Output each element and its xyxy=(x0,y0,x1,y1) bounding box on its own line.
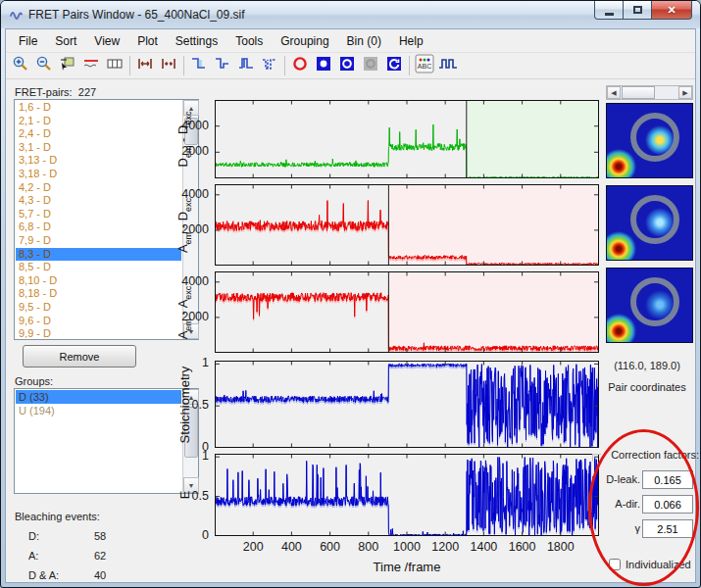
blue-dot-marker-icon xyxy=(315,55,332,76)
menu-item-grouping[interactable]: Grouping xyxy=(272,31,337,51)
list-item[interactable]: 3,18 - D xyxy=(16,168,181,181)
bleaching-value: 40 xyxy=(94,569,106,581)
blue-dot-marker-button[interactable] xyxy=(312,54,335,77)
columns-view-button[interactable] xyxy=(103,54,126,77)
slider-right-icon[interactable]: ▶ xyxy=(678,86,692,99)
step-down-start-icon xyxy=(190,55,208,76)
bleaching-row: D & A:40 xyxy=(28,569,146,581)
list-item[interactable]: 9,6 - D xyxy=(16,315,181,328)
bleaching-key: D & A: xyxy=(28,569,59,581)
zoom-out-icon xyxy=(35,55,53,76)
toolbar-separator xyxy=(183,56,184,75)
fret-pairs-count-label: FRET-pairs: 227 xyxy=(15,86,96,98)
slider-thumb[interactable] xyxy=(622,86,655,99)
minimize-icon xyxy=(605,13,614,16)
individualized-checkbox[interactable] xyxy=(609,559,621,570)
list-item[interactable]: 8,18 - D xyxy=(16,287,181,301)
slider-left-icon[interactable]: ◀ xyxy=(607,86,621,99)
close-button[interactable]: ✕ xyxy=(651,1,692,20)
zoom-in-button[interactable] xyxy=(9,54,32,77)
list-item[interactable]: 5,7 - D xyxy=(16,208,181,221)
list-item[interactable]: 6,8 - D xyxy=(16,220,181,234)
app-wave-icon xyxy=(10,7,25,23)
step-down-start-button[interactable] xyxy=(187,54,211,77)
x-axis-title: Time /frame xyxy=(348,560,466,574)
pulse-trace-icon xyxy=(438,55,458,76)
list-item[interactable]: 4,3 - D xyxy=(16,194,181,208)
menu-item-settings[interactable]: Settings xyxy=(167,31,226,51)
maximize-icon xyxy=(633,6,642,14)
step-top-hat-icon xyxy=(237,55,255,76)
remove-button[interactable]: Remove xyxy=(23,345,136,368)
compress-x-button[interactable] xyxy=(157,54,180,77)
pulse-trace-button[interactable] xyxy=(436,54,460,77)
group-item[interactable]: D (33) xyxy=(16,390,181,404)
rotate-marker-button[interactable] xyxy=(382,54,406,77)
fret-pairs-count-value: 227 xyxy=(78,86,96,98)
stoichiometry-trace xyxy=(215,361,599,448)
add-molecule-icon xyxy=(59,55,76,76)
blue-circle-marker-icon xyxy=(338,55,356,76)
list-item[interactable]: 9,5 - D xyxy=(16,301,181,315)
bleaching-row: D:58 xyxy=(28,530,146,542)
title-bar[interactable]: FRET Pairs Window - 65_400NaCl_09.sif ✕ xyxy=(1,1,700,28)
step-top-hat-button[interactable] xyxy=(234,54,258,77)
step-bottom-hat-icon xyxy=(261,55,278,76)
list-item[interactable]: 8,10 - D xyxy=(16,274,181,288)
minimize-button[interactable] xyxy=(594,1,624,20)
gamma-input[interactable] xyxy=(642,519,693,538)
list-item[interactable]: 9,9 - D xyxy=(16,327,181,338)
list-item[interactable]: 8,3 - D xyxy=(16,248,181,262)
step-down-end-icon xyxy=(214,55,231,76)
correction-factors-title: Correction factors: xyxy=(589,449,701,461)
gray-marker-button[interactable] xyxy=(359,54,382,77)
blue-circle-marker-button[interactable] xyxy=(335,54,359,77)
pair-coordinates-value: (116.0, 189.0) xyxy=(592,360,701,371)
step-bottom-hat-button[interactable] xyxy=(258,54,281,77)
toolbar-separator xyxy=(284,56,285,75)
menu-item-tools[interactable]: Tools xyxy=(226,31,272,51)
list-item[interactable]: 2,4 - D xyxy=(16,127,181,141)
red-circle-marker-button[interactable] xyxy=(288,54,312,77)
bleaching-key: A: xyxy=(28,550,38,562)
menu-item-bin-0-[interactable]: Bin (0) xyxy=(338,31,390,51)
d-leak-input[interactable] xyxy=(642,470,693,489)
correction-field-row: D-leak. xyxy=(589,470,697,490)
menu-item-sort[interactable]: Sort xyxy=(46,31,85,51)
expand-x-button[interactable] xyxy=(133,54,157,77)
y-axis-label: Aem - Dexc xyxy=(175,197,193,252)
list-item[interactable]: 8,5 - D xyxy=(16,261,181,274)
list-item[interactable]: 2,1 - D xyxy=(16,115,181,128)
pair-image xyxy=(606,103,693,178)
toolbar: ABC xyxy=(6,53,695,79)
pair-spot xyxy=(645,290,675,319)
step-down-end-button[interactable] xyxy=(211,54,234,77)
cross-section-button[interactable] xyxy=(79,54,103,77)
bleaching-value: 62 xyxy=(94,550,106,562)
y-tick-label: 1 xyxy=(168,449,209,463)
list-item[interactable]: 3,13 - D xyxy=(16,154,181,168)
list-item[interactable]: 3,1 - D xyxy=(16,141,181,155)
menu-item-file[interactable]: File xyxy=(10,31,46,51)
menu-item-view[interactable]: View xyxy=(85,31,128,51)
y-axis-label: E xyxy=(177,491,192,500)
add-molecule-button[interactable] xyxy=(56,54,79,77)
menu-item-help[interactable]: Help xyxy=(390,31,432,51)
pair-slider[interactable]: ◀ ▶ xyxy=(606,85,693,100)
individualized-label: Individualized xyxy=(626,559,691,570)
maximize-button[interactable] xyxy=(624,1,651,20)
rotate-marker-icon xyxy=(385,55,403,76)
compress-x-icon xyxy=(160,55,177,76)
abc-labels-button[interactable]: ABC xyxy=(413,54,436,77)
groups-label: Groups: xyxy=(15,375,53,387)
zoom-out-button[interactable] xyxy=(32,54,56,77)
list-item[interactable]: 4,2 - D xyxy=(16,181,181,195)
list-item[interactable]: 1,6 - D xyxy=(16,101,181,115)
correction-field-row: A-dir. xyxy=(589,495,697,514)
pair-coordinates-label: Pair coordinates xyxy=(592,381,701,393)
a-dir-input[interactable] xyxy=(642,495,693,514)
group-item[interactable]: U (194) xyxy=(16,404,181,417)
menu-item-plot[interactable]: Plot xyxy=(128,31,167,51)
toolbar-separator xyxy=(129,56,130,75)
list-item[interactable]: 7,9 - D xyxy=(16,234,181,248)
